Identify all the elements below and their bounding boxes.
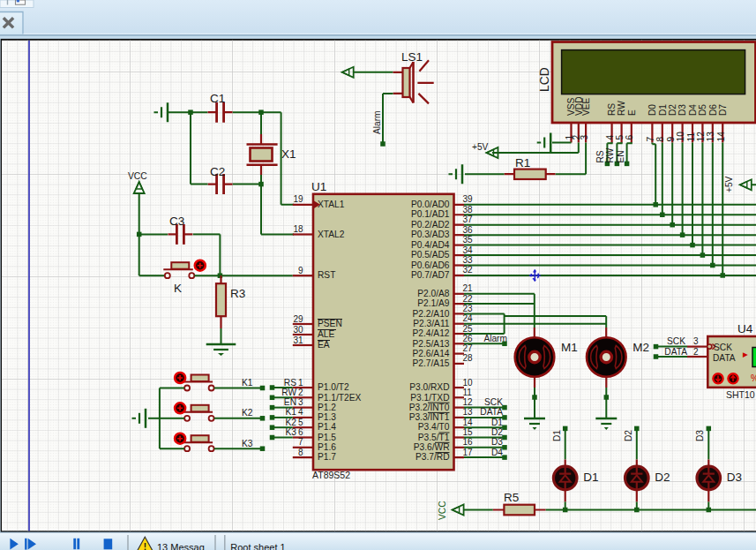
svg-text:M2: M2 — [632, 341, 649, 354]
svg-text:EN: EN — [284, 397, 296, 407]
svg-text:P3.5/T1: P3.5/T1 — [418, 433, 450, 442]
svg-text:D4: D4 — [688, 104, 698, 116]
svg-text:P3.0/RXD: P3.0/RXD — [409, 382, 449, 392]
svg-text:RST: RST — [318, 270, 335, 280]
svg-text:4: 4 — [605, 135, 615, 140]
svg-text:8: 8 — [655, 137, 665, 142]
svg-text:21: 21 — [463, 283, 474, 293]
svg-text:30: 30 — [293, 325, 303, 335]
svg-text:28: 28 — [463, 353, 474, 363]
svg-text:14: 14 — [716, 132, 726, 142]
svg-text:3: 3 — [693, 336, 699, 346]
svg-text:29: 29 — [293, 314, 303, 324]
svg-text:RS: RS — [607, 103, 617, 116]
svg-text:27: 27 — [463, 343, 474, 353]
svg-text:R3: R3 — [230, 287, 245, 300]
svg-text:K2: K2 — [286, 418, 297, 427]
svg-text:VCC: VCC — [438, 501, 447, 520]
svg-text:P0.2/AD2: P0.2/AD2 — [411, 220, 450, 230]
svg-text:36: 36 — [463, 225, 474, 235]
svg-text:ALE: ALE — [318, 329, 334, 339]
svg-text:XTAL1: XTAL1 — [318, 200, 345, 209]
svg-text:P3.7/RD: P3.7/RD — [415, 452, 450, 462]
svg-text:P1.4: P1.4 — [318, 422, 336, 432]
svg-text:9: 9 — [298, 266, 303, 275]
svg-text:XTAL2: XTAL2 — [318, 230, 345, 239]
svg-text:EN: EN — [616, 150, 625, 162]
svg-text:24: 24 — [463, 313, 474, 323]
svg-text:P1.7: P1.7 — [318, 452, 336, 462]
svg-text:D1: D1 — [583, 471, 598, 484]
svg-text:D3: D3 — [727, 471, 742, 484]
svg-text:R1: R1 — [515, 156, 530, 170]
svg-text:PSEN: PSEN — [318, 319, 342, 328]
svg-text:11: 11 — [686, 132, 696, 142]
svg-text:7: 7 — [646, 137, 655, 142]
svg-text:12: 12 — [463, 397, 474, 407]
svg-text:+5V: +5V — [724, 176, 734, 192]
svg-text:D2: D2 — [655, 471, 670, 484]
svg-text:R5: R5 — [504, 491, 519, 504]
svg-text:DATA: DATA — [664, 347, 687, 357]
svg-text:D3: D3 — [677, 104, 687, 116]
svg-text:E: E — [627, 109, 637, 116]
svg-text:K1: K1 — [286, 407, 297, 417]
svg-text:13 Messag: 13 Messag — [157, 542, 205, 550]
svg-text:P0.1/AD1: P0.1/AD1 — [411, 209, 450, 219]
svg-text:16: 16 — [463, 437, 474, 447]
svg-text:K3: K3 — [242, 439, 253, 448]
svg-text:13: 13 — [463, 407, 474, 417]
svg-text:D1: D1 — [491, 418, 503, 427]
svg-text:%: % — [751, 373, 756, 383]
svg-text:P2.7/A15: P2.7/A15 — [413, 358, 450, 368]
svg-text:D1: D1 — [658, 104, 668, 116]
svg-text:3: 3 — [298, 397, 303, 407]
svg-text:22: 22 — [463, 294, 474, 304]
svg-text:P2.0/A8: P2.0/A8 — [417, 289, 450, 298]
svg-text:RS: RS — [595, 150, 605, 162]
svg-text:P0.4/AD4: P0.4/AD4 — [411, 240, 450, 250]
svg-text:P1.3: P1.3 — [318, 412, 336, 422]
svg-text:D6: D6 — [708, 104, 718, 116]
svg-text:P0.0/AD0: P0.0/AD0 — [411, 200, 450, 209]
svg-text:RW: RW — [617, 101, 626, 116]
svg-text:P3.6/WR: P3.6/WR — [414, 442, 450, 452]
svg-text:P2.2/A10: P2.2/A10 — [413, 309, 450, 319]
svg-text:▶: ▶ — [743, 350, 748, 358]
svg-text:U1: U1 — [311, 180, 326, 193]
svg-text:D3: D3 — [491, 437, 503, 447]
svg-text:SCK: SCK — [667, 336, 685, 346]
svg-text:D3: D3 — [695, 430, 705, 441]
svg-text:C1: C1 — [210, 92, 225, 105]
svg-text:D5: D5 — [698, 104, 707, 116]
svg-text:5: 5 — [615, 135, 625, 140]
svg-text:D0: D0 — [647, 104, 657, 116]
svg-text:K3: K3 — [286, 427, 297, 437]
svg-text:RW: RW — [281, 388, 296, 397]
svg-text:5: 5 — [298, 418, 303, 427]
svg-text:P1.1/T2EX: P1.1/T2EX — [318, 393, 361, 403]
svg-text:P3.3/INT1: P3.3/INT1 — [409, 412, 450, 422]
svg-text:P1.0/T2: P1.0/T2 — [318, 382, 349, 392]
svg-text:32: 32 — [463, 265, 474, 275]
svg-text:11: 11 — [463, 388, 473, 397]
svg-text:15: 15 — [463, 427, 474, 437]
svg-text:P1.5: P1.5 — [318, 433, 336, 442]
svg-text:AT89S52: AT89S52 — [312, 470, 350, 480]
svg-text:4: 4 — [298, 407, 303, 417]
svg-text:P2.4/A12: P2.4/A12 — [413, 328, 450, 338]
svg-text:U4: U4 — [737, 322, 753, 335]
svg-text:DATA: DATA — [713, 353, 736, 363]
svg-text:K2: K2 — [242, 408, 253, 418]
svg-text:P2.5/A13: P2.5/A13 — [413, 339, 450, 349]
svg-text:6: 6 — [625, 135, 634, 140]
svg-text:D4: D4 — [491, 448, 503, 457]
svg-text:14: 14 — [463, 418, 474, 427]
svg-text:C2: C2 — [210, 165, 225, 178]
svg-text:9: 9 — [666, 137, 676, 142]
svg-text:37: 37 — [463, 215, 474, 224]
svg-text:31: 31 — [293, 335, 303, 345]
svg-text:P2.1/A9: P2.1/A9 — [417, 298, 450, 308]
svg-text:26: 26 — [463, 334, 474, 343]
svg-text:34: 34 — [463, 245, 474, 255]
